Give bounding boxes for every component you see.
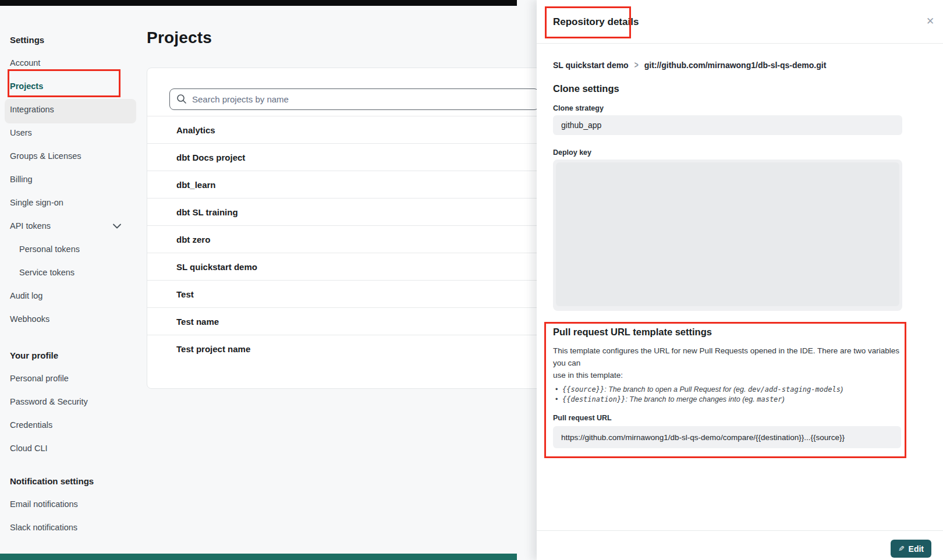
sidebar-item-personal-profile[interactable]: Personal profile — [0, 367, 140, 390]
sidebar-item-label: Billing — [10, 175, 33, 184]
chevron-down-icon[interactable] — [113, 224, 121, 229]
deploy-key-redacted-value — [556, 162, 899, 306]
page-title: Projects — [147, 29, 212, 47]
sidebar-item-single-sign-on[interactable]: Single sign-on — [0, 191, 140, 214]
sidebar-item-label: Service tokens — [19, 268, 75, 277]
clone-strategy-label: Clone strategy — [553, 104, 604, 112]
search-icon — [176, 94, 187, 107]
sidebar-item-email-notifications[interactable]: Email notifications — [0, 492, 140, 516]
app-top-bar — [0, 0, 517, 6]
project-row-test-name[interactable]: Test name — [147, 307, 548, 335]
sidebar-item-label: Projects — [10, 81, 43, 91]
project-row-dbt-zero[interactable]: dbt zero — [147, 225, 548, 253]
sidebar-item-password-security[interactable]: Password & Security — [0, 390, 140, 413]
settings-sidebar: SettingsAccountProjectsIntegrationsUsers… — [0, 28, 140, 539]
project-row-test[interactable]: Test — [147, 280, 548, 307]
pull-request-url-label: Pull request URL — [553, 414, 900, 422]
sidebar-item-label: Integrations — [10, 105, 54, 114]
sidebar-item-label: Slack notifications — [10, 523, 77, 532]
sidebar-item-label: Notification settings — [10, 476, 94, 486]
pencil-icon: ✎ — [898, 544, 905, 553]
sidebar-item-projects[interactable]: Projects — [0, 75, 140, 98]
sidebar-item-label: Account — [10, 58, 40, 68]
sidebar-item-users[interactable]: Users — [0, 121, 140, 144]
project-row-dbt-docs-project[interactable]: dbt Docs project — [147, 143, 548, 171]
sidebar-item-label: Users — [10, 128, 32, 137]
sidebar-item-label: Webhooks — [10, 314, 49, 324]
search-input[interactable] — [169, 88, 539, 110]
drawer-title: Repository details — [553, 16, 639, 28]
sidebar-item-label: Settings — [10, 35, 44, 45]
repository-details-drawer: Repository details ✕ SL quickstart demo … — [537, 0, 943, 560]
sidebar-item-service-tokens[interactable]: Service tokens — [0, 261, 140, 284]
sidebar-heading-settings: Settings — [0, 28, 140, 51]
pull-request-template-section: Pull request URL template settings This … — [553, 327, 900, 448]
pr-variable-bullet: {{destination}}: The branch to merge cha… — [553, 395, 900, 405]
pr-variable-bullet: {{source}}: The branch to open a Pull Re… — [553, 385, 900, 395]
breadcrumb: SL quickstart demo > git://github.com/mi… — [553, 61, 826, 70]
sidebar-item-api-tokens[interactable]: API tokens — [0, 214, 140, 238]
pr-template-heading: Pull request URL template settings — [553, 327, 900, 338]
clone-strategy-value: github_app — [553, 115, 902, 135]
breadcrumb-repo-url: git://github.com/mirnawong1/db-sl-qs-dem… — [644, 61, 827, 70]
sidebar-item-audit-log[interactable]: Audit log — [0, 284, 140, 307]
sidebar-heading-your-profile: Your profile — [0, 343, 140, 367]
breadcrumb-project[interactable]: SL quickstart demo — [553, 61, 629, 70]
sidebar-item-label: Password & Security — [10, 397, 88, 406]
project-row-dbt-learn[interactable]: dbt_learn — [147, 171, 548, 198]
sidebar-item-label: Audit log — [10, 291, 42, 300]
sidebar-item-label: API tokens — [10, 221, 51, 231]
sidebar-item-label: Cloud CLI — [10, 444, 47, 453]
clone-settings-heading: Clone settings — [553, 83, 619, 94]
close-icon[interactable]: ✕ — [923, 14, 937, 28]
pull-request-url-value: https://github.com/mirnawong1/db-sl-qs-d… — [553, 426, 901, 448]
sidebar-item-personal-tokens[interactable]: Personal tokens — [0, 238, 140, 261]
project-row-dbt-sl-training[interactable]: dbt SL training — [147, 198, 548, 225]
sidebar-item-groups-licenses[interactable]: Groups & Licenses — [0, 144, 140, 168]
drawer-footer: ✎ Edit — [537, 530, 943, 560]
deploy-key-label: Deploy key — [553, 148, 591, 157]
project-row-sl-quickstart-demo[interactable]: SL quickstart demo — [147, 253, 548, 280]
project-list: Analyticsdbt Docs projectdbt_learndbt SL… — [147, 116, 548, 362]
sidebar-item-label: Personal tokens — [19, 244, 80, 254]
deploy-key-field — [553, 160, 902, 311]
sidebar-item-webhooks[interactable]: Webhooks — [0, 307, 140, 331]
sidebar-item-slack-notifications[interactable]: Slack notifications — [0, 516, 140, 539]
sidebar-item-label: Credentials — [10, 420, 52, 430]
sidebar-item-label: Personal profile — [10, 374, 69, 383]
app-bottom-bar — [0, 554, 517, 560]
pr-template-variables: {{source}}: The branch to open a Pull Re… — [553, 385, 900, 405]
project-row-analytics[interactable]: Analytics — [147, 116, 548, 143]
sidebar-item-label: Your profile — [10, 350, 58, 360]
projects-card: Analyticsdbt Docs projectdbt_learndbt SL… — [147, 68, 548, 389]
sidebar-item-label: Single sign-on — [10, 198, 63, 207]
sidebar-item-credentials[interactable]: Credentials — [0, 413, 140, 437]
sidebar-item-label: Groups & Licenses — [10, 151, 81, 161]
sidebar-item-integrations[interactable]: Integrations — [0, 98, 140, 121]
sidebar-heading-notification-settings: Notification settings — [0, 469, 140, 492]
sidebar-item-account[interactable]: Account — [0, 51, 140, 75]
edit-button-label: Edit — [909, 544, 924, 554]
breadcrumb-separator-icon: > — [634, 60, 639, 70]
sidebar-item-cloud-cli[interactable]: Cloud CLI — [0, 437, 140, 460]
pr-template-description: This template configures the URL for new… — [553, 345, 900, 381]
sidebar-item-label: Email notifications — [10, 499, 78, 509]
edit-button[interactable]: ✎ Edit — [891, 540, 931, 558]
sidebar-item-billing[interactable]: Billing — [0, 168, 140, 191]
project-row-test-project-name[interactable]: Test project name — [147, 335, 548, 362]
drawer-header: Repository details ✕ — [537, 0, 943, 44]
